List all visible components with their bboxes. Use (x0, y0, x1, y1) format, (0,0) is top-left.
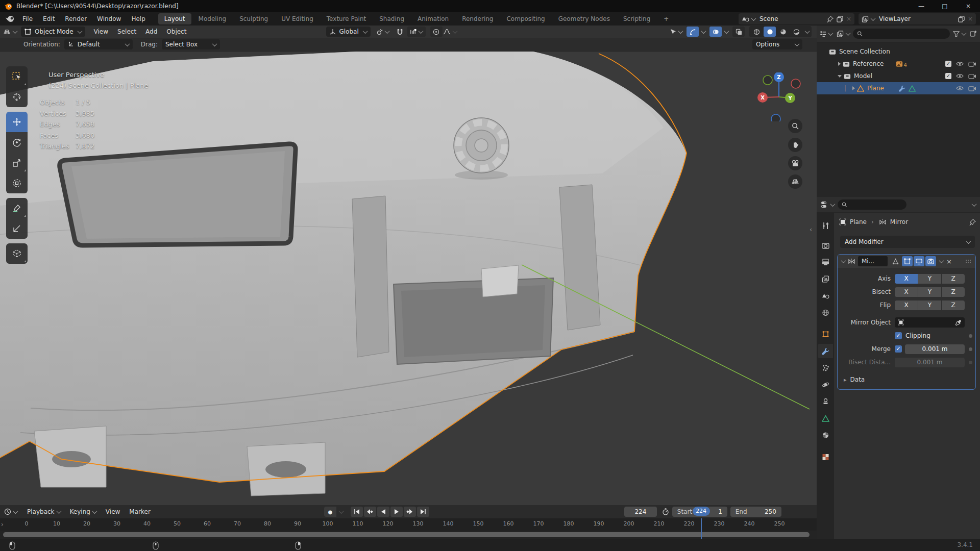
add-workspace-button[interactable]: + (657, 13, 675, 24)
bisect-z-toggle[interactable]: Z (942, 287, 965, 297)
hide-viewport-icon[interactable] (956, 73, 964, 79)
pin-icon[interactable] (827, 16, 834, 22)
properties-search[interactable] (838, 199, 906, 210)
merge-checkbox[interactable]: ✓ (895, 345, 902, 353)
jump-to-start-button[interactable] (351, 507, 363, 517)
disable-render-icon[interactable] (968, 61, 976, 67)
tool-cursor[interactable] (6, 87, 28, 107)
menu-view[interactable]: View (89, 28, 113, 35)
minimize-button[interactable]: — (910, 0, 933, 12)
menu-select[interactable]: Select (113, 28, 141, 35)
timeline-ruler[interactable]: › 01020304050607080901001101201301401501… (0, 518, 817, 531)
outliner-row-model[interactable]: Model ✓ (817, 70, 980, 82)
auto-keying-button[interactable]: ● (324, 507, 336, 517)
workspace-tab-modeling[interactable]: Modeling (192, 13, 233, 24)
jump-to-end-button[interactable] (417, 507, 429, 517)
tab-physics[interactable] (818, 378, 833, 392)
tool-scale[interactable] (6, 153, 28, 173)
menu-view[interactable]: View (101, 508, 125, 515)
panel-expand-chevron[interactable] (841, 258, 846, 263)
properties-editor-type-dropdown[interactable] (821, 201, 835, 208)
menu-render[interactable]: Render (60, 12, 92, 26)
axis-z-toggle[interactable]: Z (942, 274, 965, 284)
outliner-row-reference[interactable]: Reference 4 ✓ (817, 58, 980, 70)
disable-render-icon[interactable] (968, 85, 976, 92)
workspace-tab-texture-paint[interactable]: Texture Paint (321, 13, 372, 24)
timeline-scrollbar[interactable] (3, 532, 810, 537)
properties-options-chevron[interactable] (972, 202, 977, 207)
collapse-arrow-icon[interactable] (838, 75, 842, 78)
menu-add[interactable]: Add (141, 28, 162, 35)
menu-file[interactable]: File (17, 12, 38, 26)
clipping-checkbox[interactable]: ✓ (895, 332, 902, 339)
collection-checkbox[interactable]: ✓ (945, 73, 951, 79)
viewport-canvas[interactable] (0, 51, 817, 505)
bisect-x-toggle[interactable]: X (895, 287, 918, 297)
modifier-render-toggle[interactable] (925, 256, 936, 266)
proportional-editing-toggle[interactable] (430, 27, 443, 37)
tab-world[interactable] (818, 306, 833, 320)
menu-window[interactable]: Window (92, 12, 126, 26)
workspace-tab-sculpting[interactable]: Sculpting (233, 13, 274, 24)
outliner-filter-dropdown[interactable] (953, 31, 966, 37)
workspace-tab-animation[interactable]: Animation (411, 13, 455, 24)
eyedropper-icon[interactable] (955, 319, 962, 326)
remove-viewlayer-icon[interactable]: × (968, 15, 973, 22)
bisect-y-toggle[interactable]: Y (918, 287, 941, 297)
orientation-dropdown[interactable]: Global (326, 27, 370, 37)
modifier-realtime-toggle[interactable] (914, 256, 924, 266)
flip-y-toggle[interactable]: Y (918, 300, 941, 310)
hide-viewport-icon[interactable] (956, 61, 964, 67)
shading-solid-button[interactable] (764, 27, 776, 37)
current-frame-field[interactable]: 224 (624, 507, 657, 517)
menu-playback[interactable]: Playback (22, 508, 65, 515)
modifier-on-cage-toggle[interactable] (890, 256, 901, 266)
tab-render[interactable] (818, 239, 833, 253)
gizmo-axis-neg-x[interactable] (791, 79, 800, 88)
playhead-frame-badge[interactable]: 224 (693, 507, 710, 516)
orientation-setting-dropdown[interactable]: Default (64, 39, 133, 49)
tool-select-box[interactable] (6, 66, 28, 87)
tab-object[interactable] (818, 327, 833, 341)
workspace-tab-uv-editing[interactable]: UV Editing (275, 13, 320, 24)
tab-output[interactable] (818, 255, 833, 269)
mode-dropdown[interactable]: Object Mode (21, 27, 85, 37)
show-gizmo-toggle[interactable] (687, 27, 699, 37)
expand-arrow-icon[interactable] (852, 86, 855, 90)
tab-particles[interactable] (818, 361, 833, 375)
play-reverse-button[interactable] (377, 507, 389, 517)
scene-selector[interactable]: Scene × (739, 13, 854, 24)
auto-keying-options-chevron[interactable] (338, 509, 344, 514)
workspace-tab-compositing[interactable]: Compositing (500, 13, 551, 24)
viewport-3d[interactable]: Object Mode View Select Add Object Globa… (0, 26, 817, 505)
shading-material-button[interactable] (777, 27, 789, 37)
flip-x-toggle[interactable]: X (895, 300, 918, 310)
modifier-edit-mode-toggle[interactable] (902, 256, 913, 266)
merge-threshold-field[interactable]: 0.001 m (905, 344, 965, 354)
pivot-dropdown[interactable] (376, 28, 389, 35)
falloff-dropdown[interactable] (443, 29, 457, 35)
drag-dropdown[interactable]: Select Box (162, 39, 220, 49)
pin-icon[interactable] (969, 219, 976, 226)
animate-decorator[interactable] (969, 334, 972, 338)
new-viewlayer-icon[interactable] (958, 16, 965, 22)
properties-search-input[interactable] (847, 201, 902, 209)
modifier-extras-chevron[interactable] (939, 258, 944, 263)
zoom-button[interactable] (788, 119, 802, 133)
stopwatch-icon[interactable] (662, 508, 669, 515)
play-button[interactable] (390, 507, 403, 517)
timeline-editor-type-dropdown[interactable] (4, 508, 17, 515)
previous-keyframe-button[interactable] (364, 507, 376, 517)
tab-constraints[interactable] (818, 394, 833, 409)
expand-arrow-icon[interactable] (838, 62, 841, 66)
playhead-line[interactable] (701, 518, 702, 539)
viewlayer-selector[interactable]: ViewLayer × (859, 13, 976, 24)
menu-marker[interactable]: Marker (125, 508, 155, 515)
tab-texture[interactable] (818, 450, 833, 464)
navigation-gizmo[interactable]: Z X Y (754, 72, 803, 121)
shading-wireframe-button[interactable] (750, 27, 763, 37)
tab-scene[interactable] (818, 289, 833, 303)
tab-material[interactable] (818, 428, 833, 442)
shading-rendered-button[interactable] (790, 27, 802, 37)
drag-grip-icon[interactable] (965, 259, 972, 263)
